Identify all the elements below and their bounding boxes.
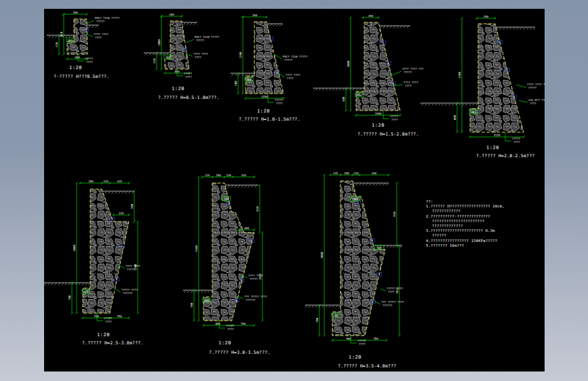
leader-annotation: ?????? — [123, 292, 133, 295]
drawing-1-title: ?·????? H???0.5m???. — [54, 74, 109, 79]
leader-annotation: ???? — [95, 36, 102, 39]
dim-label: 250 — [73, 11, 78, 14]
wall-section-body — [356, 22, 400, 111]
dim-label: 250 — [484, 15, 489, 18]
note-line: 3.?????????????????????? 0.3m — [426, 228, 505, 233]
dim-label: 300 — [246, 78, 252, 81]
drawing-7-title: ?.????? H=3.0-3.5m???. — [209, 350, 271, 355]
dim-label: 300 — [357, 94, 362, 97]
drawing-8-scale: 1:20 — [349, 355, 361, 360]
leader-line — [187, 39, 194, 43]
drawing-4-title: ?.????? H=1.5-2.0m???. — [357, 132, 419, 137]
dim-label: 250 — [252, 14, 258, 17]
note-line: ?????? — [426, 233, 505, 238]
leader-line — [351, 336, 357, 343]
leader-line — [87, 20, 94, 24]
dim-label: 120 — [226, 174, 231, 177]
ground-hatch — [44, 283, 90, 285]
dim-label: 115 — [205, 174, 210, 177]
leader-annotation: ???? — [530, 102, 536, 105]
leader-line — [391, 71, 401, 75]
leader-line — [516, 85, 526, 87]
ground-hatch — [495, 27, 535, 30]
ground-hatch — [420, 103, 478, 106]
dim-label: 3500 — [195, 245, 198, 252]
drawing-7-scale: 1:20 — [218, 340, 231, 346]
dim-label: 400 — [376, 246, 382, 249]
dim-label: 950 — [393, 212, 396, 217]
ground-hatch — [267, 24, 283, 26]
leader-annotation: ???? — [227, 327, 234, 331]
dim-label: 1000 — [157, 39, 161, 46]
leader-line — [383, 111, 389, 119]
dim-label: 320 — [241, 174, 246, 177]
dim-label: 1725 — [494, 134, 501, 137]
note-line: 4.???????????????? 150KPa????? — [426, 239, 505, 243]
wall-section-drawing-8: 1152501104309607504000700950262530036040… — [305, 172, 404, 346]
leader-line — [86, 34, 93, 37]
dim-label: 1500 — [239, 52, 242, 58]
note-line: 5.??????? 10m??? — [426, 243, 505, 248]
ground-hatch — [182, 22, 197, 25]
cad-workspace: { "palette": { "dim_color": "#00dd00", "… — [0, 0, 588, 381]
dim-label: 115 — [333, 172, 338, 175]
drawing-2-title: ?.????? H=0.5-1.0m???. — [158, 95, 220, 100]
dim-label: 250 — [88, 180, 94, 183]
dim-label: 700 — [190, 302, 193, 308]
ground-hatch — [305, 305, 340, 308]
general-notes: ??: 1.?????? H????????????????? 10cm, ??… — [426, 199, 505, 248]
note-line: ?????????????????????? — [426, 219, 505, 224]
dim-label: 750 — [94, 315, 99, 318]
leader-annotation: ???? — [287, 77, 294, 80]
dim-label: 600 — [453, 115, 456, 120]
leader-annotation: ???? — [185, 75, 192, 79]
leader-line — [268, 94, 274, 102]
wall-section-drawing-7: 1152501203203008507503500700850262530024… — [183, 174, 267, 331]
notes-heading: ??: — [426, 199, 505, 204]
dim-label: 600 — [75, 56, 80, 59]
ground-hatch — [224, 185, 258, 188]
dim-label: 700 — [68, 295, 71, 300]
leader-annotation: ????? — [404, 71, 412, 74]
wall-section-drawing-6: 25021041521075075030007005001500300???? … — [44, 180, 140, 323]
leader-annotation: ????? — [96, 20, 105, 23]
dim-label: 850 — [215, 322, 220, 325]
ground-hatch — [87, 25, 99, 28]
wall-section-body — [246, 22, 283, 94]
leader-annotation: ????? — [127, 268, 136, 271]
wall-section-drawing-2: 2508001000450300PVC? ?110 ??????????????… — [144, 13, 220, 79]
dim-label: 300 — [83, 290, 89, 294]
note-line: 1.?????? H????????????????? 10cm, — [426, 204, 505, 209]
leader-line — [380, 289, 386, 291]
leader-annotation: ????? — [528, 86, 537, 89]
leader-annotation: ???? — [513, 140, 520, 144]
leader-annotation: ????? — [250, 277, 258, 281]
dim-label: 450 — [55, 42, 58, 47]
drawing-4-scale: 1:20 — [372, 123, 385, 128]
ground-hatch — [353, 183, 389, 186]
leader-annotation: ???? — [195, 56, 201, 59]
drawing-8-title: ?.????? H=3.5-4.0m??? — [338, 363, 396, 369]
ground-hatch — [102, 191, 134, 194]
drawing-6-title: ?.????? H=2.5-3.0m???. — [82, 340, 144, 346]
drawing-3-title: ?.????? H=1.0-1.5m???. — [239, 117, 300, 122]
drawing-canvas[interactable]: 250600850450300PVC? ?110 ?????????????? … — [44, 9, 545, 372]
dim-label: 700 — [315, 317, 319, 323]
dim-label: 750 — [373, 337, 378, 340]
leader-annotation: ???? — [388, 290, 395, 294]
dim-label: 4000 — [320, 252, 324, 258]
drawing-2-scale: 1:20 — [172, 86, 184, 92]
dim-label: 300 — [165, 56, 171, 59]
dim-label: 210 — [119, 212, 124, 215]
dim-label: 2000 — [347, 60, 350, 67]
dim-label: 500 — [342, 96, 345, 102]
drawing-5-title: ?.????? H=2.0-2.5m??? — [476, 153, 534, 159]
cad-svg: 250600850450300PVC? ?110 ?????????????? … — [44, 9, 545, 372]
leader-line — [505, 132, 511, 141]
leader-line — [519, 100, 528, 102]
leader-annotation: ?????? — [246, 298, 256, 302]
ground-hatch — [231, 73, 254, 76]
dim-label: 110 — [353, 172, 359, 175]
dim-label: 1250 — [261, 95, 268, 98]
wall-section-drawing-5: 25017252500600300???? ???? ????????112.5… — [420, 15, 545, 144]
